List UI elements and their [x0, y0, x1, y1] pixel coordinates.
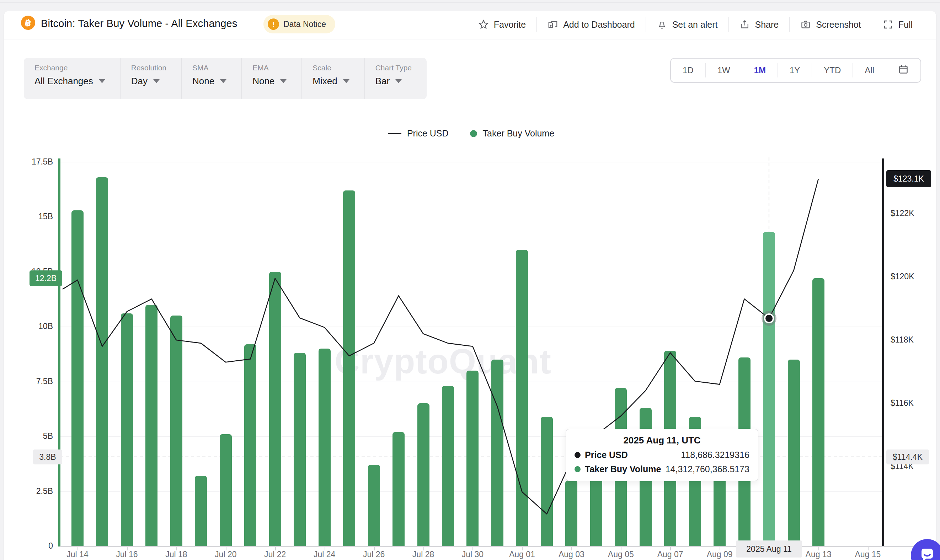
left-axis-tick-label: 7.5B: [10, 377, 53, 386]
x-axis-label: Jul 20: [201, 550, 251, 559]
volume-bar[interactable]: [145, 305, 157, 546]
volume-bar[interactable]: [121, 314, 133, 546]
volume-bar[interactable]: [541, 417, 553, 546]
volume-bar[interactable]: [492, 360, 504, 546]
volume-bar[interactable]: [343, 191, 355, 546]
volume-bar[interactable]: [763, 232, 775, 546]
volume-bar[interactable]: [467, 371, 479, 546]
gridline: [60, 217, 882, 217]
x-axis-label: Jul 22: [250, 550, 300, 559]
volume-bar[interactable]: [170, 315, 182, 546]
x-axis-label: Aug 03: [546, 550, 596, 559]
x-axis-label: Aug 01: [497, 550, 547, 559]
x-axis-line: [60, 546, 940, 547]
left-axis-tick-label: 17.5B: [10, 157, 53, 167]
volume-cursor-badge: 3.8B: [33, 449, 62, 465]
volume-bar[interactable]: [244, 344, 256, 546]
volume-bar[interactable]: [319, 349, 331, 546]
volume-bar[interactable]: [96, 177, 108, 546]
x-axis-label: Jul 18: [151, 550, 201, 559]
left-axis-tick-label: 2.5B: [10, 486, 53, 496]
gridline: [60, 272, 882, 272]
right-axis-tick-label: $116K: [891, 398, 914, 408]
price-cursor-badge: $114.4K: [886, 449, 929, 465]
volume-last-value-badge: 12.2B: [29, 271, 62, 286]
x-axis-label: Aug 05: [596, 550, 646, 559]
chart-card: ฿ Bitcoin: Taker Buy Volume - All Exchan…: [3, 11, 937, 560]
volume-bar[interactable]: [442, 386, 454, 546]
tooltip-date: 2025 Aug 11, UTC: [575, 435, 749, 446]
x-axis-label: Aug 07: [645, 550, 695, 559]
chart-plot-area: CryptoQuant17.5B15B12.5B10B7.5B5B2.5B012…: [4, 11, 936, 560]
right-axis-tick-label: $118K: [891, 335, 914, 345]
x-axis-label: Jul 14: [52, 550, 102, 559]
volume-bar[interactable]: [195, 476, 207, 546]
left-axis-tick-label: 15B: [10, 212, 53, 222]
right-axis-line: [882, 158, 884, 546]
gridline: [60, 162, 882, 162]
volume-bar[interactable]: [294, 353, 306, 546]
chart-tooltip: 2025 Aug 11, UTC Price USD 118,686.32193…: [566, 429, 758, 481]
volume-bar[interactable]: [368, 465, 380, 546]
volume-bar[interactable]: [516, 250, 528, 546]
chat-bubble-icon: [918, 545, 937, 560]
volume-bar[interactable]: [393, 432, 405, 546]
right-axis-tick-label: $122K: [891, 209, 914, 218]
left-axis-tick-label: 5B: [10, 431, 53, 441]
x-axis-label: Aug 15: [843, 550, 893, 559]
volume-bar[interactable]: [788, 360, 800, 546]
volume-bar[interactable]: [220, 434, 232, 546]
gridline: [60, 326, 882, 327]
price-last-value-badge: $123.1K: [886, 170, 931, 187]
x-axis-label: Jul 28: [399, 550, 448, 559]
volume-bar[interactable]: [71, 210, 83, 546]
right-axis-tick-label: $120K: [891, 272, 914, 282]
x-axis-label: Jul 24: [300, 550, 350, 559]
volume-bar[interactable]: [565, 480, 577, 546]
price-dot-icon: [575, 452, 581, 458]
x-axis-label: Jul 30: [448, 550, 498, 559]
volume-dot-icon: [575, 466, 581, 472]
crosshair-date-badge: 2025 Aug 11: [736, 540, 802, 557]
x-axis-label: Jul 16: [102, 550, 152, 559]
left-axis-tick-label: 0: [10, 541, 53, 551]
volume-bar[interactable]: [418, 403, 430, 546]
tooltip-row-price: Price USD 118,686.3219316: [575, 450, 749, 460]
volume-bar[interactable]: [812, 278, 824, 546]
left-axis-line: [58, 158, 60, 546]
x-axis-label: Jul 26: [349, 550, 399, 559]
tooltip-row-volume: Taker Buy Volume 14,312,760,368.5173: [575, 464, 749, 474]
cryptoquant-app: ฿ Bitcoin: Taker Buy Volume - All Exchan…: [0, 0, 940, 560]
volume-bar[interactable]: [269, 272, 281, 546]
page-top-divider: [0, 3, 940, 3]
left-axis-tick-label: 10B: [10, 322, 53, 331]
